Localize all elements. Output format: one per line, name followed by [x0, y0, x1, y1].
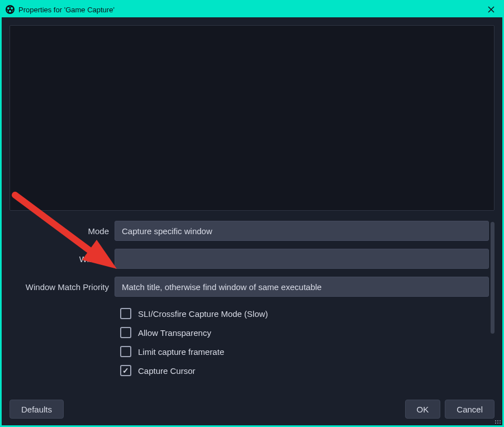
- capture-cursor-checkbox[interactable]: [120, 365, 131, 376]
- match-priority-select[interactable]: Match title, otherwise find window of sa…: [115, 277, 489, 297]
- sli-checkbox[interactable]: [120, 308, 131, 319]
- limit-framerate-label: Limit capture framerate: [138, 347, 224, 357]
- capture-cursor-label: Capture Cursor: [138, 366, 196, 376]
- preview-area: [9, 25, 495, 211]
- mode-label: Mode: [9, 226, 115, 236]
- match-priority-label: Window Match Priority: [9, 282, 115, 292]
- match-priority-value: Match title, otherwise find window of sa…: [122, 282, 322, 292]
- window-select[interactable]: [115, 249, 489, 269]
- row-sli: SLI/Crossfire Capture Mode (Slow): [120, 308, 489, 319]
- close-button[interactable]: [483, 2, 499, 17]
- transparency-checkbox[interactable]: [120, 327, 131, 338]
- row-transparency: Allow Transparency: [120, 327, 489, 338]
- row-limit: Limit capture framerate: [120, 346, 489, 357]
- titlebar: Properties for 'Game Capture': [2, 2, 502, 17]
- button-bar: Defaults OK Cancel: [9, 400, 495, 419]
- row-match-priority: Window Match Priority Match title, other…: [9, 277, 489, 297]
- row-cursor: Capture Cursor: [120, 365, 489, 376]
- sli-label: SLI/Crossfire Capture Mode (Slow): [138, 309, 268, 319]
- window-label: Window: [9, 254, 115, 264]
- limit-framerate-checkbox[interactable]: [120, 346, 131, 357]
- form-panel: Mode Capture specific window Window Wind…: [9, 221, 495, 384]
- app-icon: [5, 4, 15, 15]
- svg-point-3: [8, 10, 12, 13]
- ok-button[interactable]: OK: [405, 400, 441, 419]
- row-window: Window: [9, 249, 489, 269]
- defaults-button[interactable]: Defaults: [9, 400, 64, 419]
- form-scrollbar[interactable]: [491, 222, 495, 334]
- row-mode: Mode Capture specific window: [9, 221, 489, 241]
- mode-value: Capture specific window: [122, 226, 212, 236]
- dialog-frame: Properties for 'Game Capture' Mode Captu…: [0, 0, 504, 427]
- window-title: Properties for 'Game Capture': [18, 6, 115, 14]
- cancel-button[interactable]: Cancel: [445, 400, 495, 419]
- transparency-label: Allow Transparency: [138, 328, 211, 338]
- dialog-body: Mode Capture specific window Window Wind…: [2, 17, 502, 425]
- resize-grip[interactable]: [493, 416, 501, 424]
- mode-select[interactable]: Capture specific window: [115, 221, 489, 241]
